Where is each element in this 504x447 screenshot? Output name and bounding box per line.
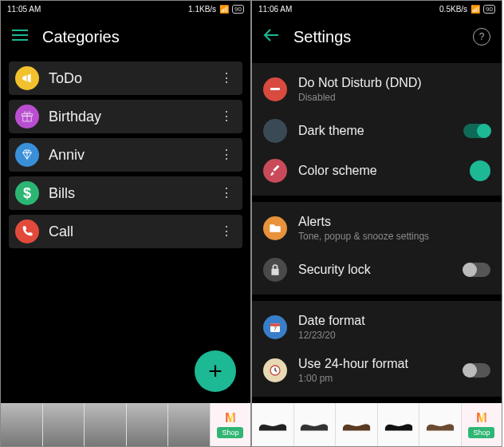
dnd-icon: [263, 77, 287, 101]
settings-content: Do Not Disturb (DND) Disabled Dark theme: [252, 57, 502, 403]
setting-subtitle: Disabled: [298, 92, 490, 103]
ad-thumb: [294, 403, 337, 446]
category-item-todo[interactable]: ToDo ⋮: [9, 61, 242, 95]
categories-content: ToDo ⋮ Birthday ⋮ Anniv ⋮ $ Bills ⋮: [1, 57, 250, 403]
brand-logo-icon: M: [476, 411, 486, 425]
setting-title: Security lock: [298, 263, 452, 277]
ad-shop-cell[interactable]: M Shop: [462, 403, 502, 446]
color-scheme-dot[interactable]: [470, 160, 490, 181]
shop-button[interactable]: Shop: [468, 427, 494, 438]
ad-thumb: [127, 403, 169, 446]
megaphone-icon: [15, 66, 39, 90]
setting-subtitle: 12/23/20: [298, 330, 490, 341]
add-category-fab[interactable]: +: [195, 350, 236, 392]
lock-icon: [263, 258, 287, 282]
battery-icon: 90: [232, 5, 244, 14]
status-net: 0.5KB/s: [439, 5, 467, 14]
signal-icon: 📶: [219, 5, 229, 14]
svg-text:7: 7: [274, 326, 277, 331]
category-label: Call: [49, 224, 207, 240]
folder-icon: [263, 216, 287, 240]
category-item-bills[interactable]: $ Bills ⋮: [9, 176, 242, 210]
brand-logo-icon: M: [225, 411, 235, 425]
ad-thumb: [85, 403, 127, 446]
category-item-birthday[interactable]: Birthday ⋮: [9, 100, 242, 133]
more-icon[interactable]: ⋮: [217, 151, 236, 159]
setting-title: Use 24-hour format: [298, 357, 452, 371]
signal-icon: 📶: [471, 5, 480, 14]
status-net: 1.1KB/s: [188, 5, 216, 14]
hamburger-icon[interactable]: [12, 30, 28, 44]
ad-thumb: [168, 403, 211, 446]
setting-dnd[interactable]: Do Not Disturb (DND) Disabled: [252, 68, 502, 111]
ad-shop-cell[interactable]: M Shop: [211, 403, 250, 446]
clock-icon: [263, 358, 287, 382]
setting-24h-format[interactable]: Use 24-hour format 1:00 pm: [252, 349, 502, 392]
ad-thumb: [1, 403, 43, 446]
phone-categories: 11:05 AM 1.1KB/s 📶 90 Categories ToDo ⋮: [0, 0, 251, 447]
page-title: Settings: [293, 28, 351, 46]
status-bar: 11:06 AM 0.5KB/s 📶 90: [252, 1, 502, 17]
setting-title: Color scheme: [298, 164, 459, 178]
category-label: Bills: [49, 185, 207, 202]
moon-icon: [263, 119, 287, 143]
gift-icon: [15, 105, 39, 129]
setting-title: Date format: [298, 314, 490, 328]
setting-title: Dark theme: [298, 124, 452, 138]
more-icon[interactable]: ⋮: [217, 113, 236, 121]
ad-thumb: [378, 403, 420, 446]
more-icon[interactable]: ⋮: [217, 189, 236, 197]
ad-banner[interactable]: M Shop: [252, 403, 502, 446]
dollar-icon: $: [15, 181, 39, 205]
setting-date-format[interactable]: 7 Date format 12/23/20: [252, 306, 502, 349]
ad-thumb: [419, 403, 462, 446]
h24-toggle[interactable]: [463, 363, 490, 378]
page-title: Categories: [42, 28, 120, 46]
ad-banner[interactable]: M Shop: [1, 403, 250, 446]
settings-section: 7 Date format 12/23/20 Use 24-hour forma…: [252, 301, 502, 397]
svg-rect-0: [270, 88, 280, 90]
setting-color-scheme[interactable]: Color scheme: [252, 151, 502, 191]
status-time: 11:05 AM: [7, 5, 41, 14]
setting-title: Alerts: [298, 215, 490, 229]
ad-thumb: [43, 403, 85, 446]
more-icon[interactable]: ⋮: [217, 74, 236, 82]
setting-subtitle: 1:00 pm: [298, 373, 452, 384]
status-time: 11:06 AM: [258, 5, 292, 14]
phone-settings: 11:06 AM 0.5KB/s 📶 90 Settings ? Do Not …: [251, 0, 502, 447]
appbar: Categories: [1, 17, 250, 57]
setting-dark-theme[interactable]: Dark theme: [252, 111, 502, 151]
back-icon[interactable]: [263, 29, 279, 45]
status-bar: 11:05 AM 1.1KB/s 📶 90: [1, 1, 250, 17]
ad-thumb: [336, 403, 378, 446]
security-lock-toggle[interactable]: [463, 263, 490, 277]
diamond-icon: [15, 143, 39, 167]
battery-icon: 90: [483, 5, 495, 14]
settings-section: Alerts Tone, popup & snooze settings Sec…: [252, 202, 502, 295]
ad-thumb: [252, 403, 294, 446]
setting-title: Do Not Disturb (DND): [298, 76, 490, 90]
category-item-call[interactable]: Call ⋮: [9, 215, 242, 248]
appbar: Settings ?: [252, 17, 502, 57]
category-item-anniv[interactable]: Anniv ⋮: [9, 138, 242, 172]
setting-alerts[interactable]: Alerts Tone, popup & snooze settings: [252, 207, 502, 250]
plus-icon: +: [208, 358, 222, 385]
dark-theme-toggle[interactable]: [463, 124, 490, 138]
setting-subtitle: Tone, popup & snooze settings: [298, 231, 490, 242]
help-icon[interactable]: ?: [473, 28, 490, 45]
brush-icon: [263, 159, 287, 183]
more-icon[interactable]: ⋮: [217, 227, 236, 235]
phone-icon: [15, 220, 39, 243]
category-label: ToDo: [49, 70, 207, 87]
shop-button[interactable]: Shop: [217, 427, 243, 438]
calendar-icon: 7: [263, 315, 287, 339]
setting-security-lock[interactable]: Security lock: [252, 250, 502, 290]
category-label: Anniv: [49, 147, 207, 164]
category-label: Birthday: [49, 109, 207, 125]
settings-section: Do Not Disturb (DND) Disabled Dark theme: [252, 63, 502, 196]
